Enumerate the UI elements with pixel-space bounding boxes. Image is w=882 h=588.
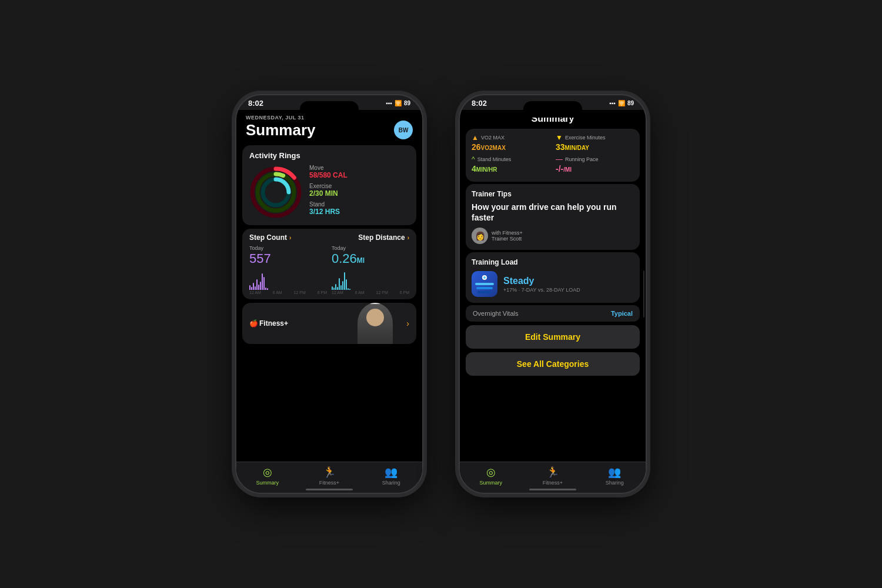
vo2max-icon: ▲	[472, 133, 479, 142]
metrics-row-2: ^ Stand Minutes 4MIN/HR — Running Pace -…	[472, 155, 634, 173]
training-bar-top	[475, 283, 494, 285]
summary-tab-icon-2: ◎	[486, 466, 496, 479]
tab-summary-2[interactable]: ◎ Summary	[460, 466, 522, 486]
fitness-logo: 🍎Fitness+	[249, 319, 288, 328]
running-pace-label: Running Pace	[565, 156, 599, 162]
vitals-value: Typical	[611, 310, 633, 317]
activity-rings	[249, 166, 302, 219]
avatar-1[interactable]: BW	[394, 121, 413, 139]
running-pace-value: -/-/MI	[556, 164, 634, 173]
status-icons-1: ▪▪▪ 🛜 89	[386, 100, 410, 106]
activity-stats: Move 58/580 CAL Exercise 2/30 MIN	[309, 165, 409, 219]
step-distance-col: Today 0.26MI	[332, 245, 409, 295]
step-distance-chevron: ›	[407, 235, 409, 241]
fitness-person	[358, 303, 393, 344]
exercise-value: 2/30 MIN	[309, 189, 338, 198]
exercise-minutes-label: Exercise Minutes	[565, 135, 606, 141]
dynamic-island-1	[300, 101, 359, 118]
home-indicator-2	[529, 489, 576, 490]
step-count-value: 557	[249, 251, 327, 266]
signal-icon-2: ▪▪▪	[609, 100, 616, 106]
signal-icon: ▪▪▪	[386, 100, 392, 106]
stand-value: 3/12 HRS	[309, 208, 340, 216]
exercise-minutes-icon: ▼	[556, 133, 563, 142]
title-row: Summary BW	[246, 121, 413, 139]
stand-minutes-value: 4MIN/HR	[472, 164, 550, 173]
person-hair	[365, 303, 385, 304]
vo2max-label: VO2 MAX	[481, 135, 505, 141]
apple-icon: 🍎	[249, 319, 258, 328]
metrics-row-1: ▲ VO2 MAX 26VO2MAX ▼ Exercise Minutes 33…	[472, 133, 634, 152]
tab-sharing-1[interactable]: 👥 Sharing	[360, 466, 422, 486]
step-count-col: Today 557	[249, 245, 327, 295]
trainer-section[interactable]: Trainer Tips How your arm drive can help…	[466, 184, 640, 250]
training-content: Steady +17% · 7-DAY vs. 28-DAY LOAD	[472, 271, 634, 297]
screen-1: WEDNESDAY, JUL 31 Summary BW Activity Ri…	[236, 110, 422, 482]
step-distance-label: Step Distance	[358, 233, 405, 242]
tab-fitness-2[interactable]: 🏃 Fitness+	[522, 466, 583, 486]
step-distance-chart	[332, 269, 409, 290]
edit-summary-button[interactable]: Edit Summary	[466, 325, 640, 349]
tab-bar-1: ◎ Summary 🏃 Fitness+ 👥 Sharing	[236, 462, 422, 493]
trainer-person-row: 👩 with Fitness+Trainer Scott	[472, 228, 634, 244]
phone-1: 8:02 ▪▪▪ 🛜 89 WEDNESDAY, JUL 31 Summary …	[235, 94, 423, 494]
exercise-minutes-value: 33MIN/DAY	[556, 142, 634, 152]
training-bar-mid	[476, 287, 493, 289]
stand-stat: Stand 3/12 HRS	[309, 201, 409, 216]
activity-content: Move 58/580 CAL Exercise 2/30 MIN	[249, 165, 409, 219]
step-count-chevron: ›	[289, 235, 291, 241]
step-distance-value: 0.26MI	[332, 251, 409, 266]
battery-icon: 89	[404, 100, 410, 106]
trainer-name: with Fitness+Trainer Scott	[492, 230, 523, 242]
training-load-title: Training Load	[472, 258, 634, 266]
training-section[interactable]: Training Load Steady +17% · 7-DAY vs. 28…	[466, 252, 640, 303]
battery-icon-2: 89	[627, 100, 634, 106]
training-bar-bot	[477, 291, 492, 293]
dynamic-island-2	[523, 101, 582, 118]
stand-minutes-label: Stand Minutes	[477, 156, 512, 162]
training-sub: +17% · 7-DAY vs. 28-DAY LOAD	[503, 287, 634, 293]
status-icons-2: ▪▪▪ 🛜 89	[609, 100, 634, 106]
step-chart-labels: 12 AM 6 AM 12 PM 6 PM	[249, 290, 327, 295]
fitness-tab-icon: 🏃	[323, 466, 336, 479]
wifi-icon-2: 🛜	[618, 100, 625, 106]
metrics-section: ▲ VO2 MAX 26VO2MAX ▼ Exercise Minutes 33…	[466, 129, 640, 182]
see-all-categories-button[interactable]: See All Categories	[466, 352, 640, 376]
summary-tab-icon: ◎	[263, 466, 272, 479]
overnight-vitals[interactable]: Overnight Vitals Typical	[466, 305, 640, 322]
exercise-minutes-metric[interactable]: ▼ Exercise Minutes 33MIN/DAY	[556, 133, 634, 152]
wifi-icon: 🛜	[395, 100, 402, 106]
time-2: 8:02	[472, 99, 487, 108]
action-buttons: Edit Summary See All Categories	[466, 325, 640, 376]
running-pace-icon: —	[556, 155, 563, 163]
tab-summary-1[interactable]: ◎ Summary	[236, 466, 298, 486]
tab-bar-2: ◎ Summary 🏃 Fitness+ 👥 Sharing	[460, 462, 646, 493]
activity-section[interactable]: Activity Rings	[242, 145, 416, 225]
step-count-chart	[249, 269, 327, 290]
fitness-section[interactable]: 🍎Fitness+ ›	[242, 303, 416, 344]
step-count-label: Step Count	[249, 233, 287, 242]
step-section[interactable]: Step Count › Step Distance › Today 557	[242, 229, 416, 299]
scroll-indicator	[643, 270, 644, 318]
trainer-tips-title: Trainer Tips	[472, 190, 634, 198]
phone-2: 8:02 ▪▪▪ 🛜 89 Summary ▲ VO2 MAX 26VO2MAX	[459, 94, 647, 494]
training-status: Steady	[503, 276, 634, 286]
fitness-chevron-icon: ›	[406, 319, 409, 328]
step-cols: Today 557	[249, 245, 409, 295]
training-dot	[482, 275, 487, 280]
trainer-avatar: 👩	[472, 228, 488, 244]
vitals-label: Overnight Vitals	[473, 310, 518, 317]
stand-minutes-metric[interactable]: ^ Stand Minutes 4MIN/HR	[472, 155, 550, 173]
move-value: 58/580 CAL	[309, 171, 348, 179]
vo2max-metric[interactable]: ▲ VO2 MAX 26VO2MAX	[472, 133, 550, 152]
tab-sharing-2[interactable]: 👥 Sharing	[584, 466, 646, 486]
step-header: Step Count › Step Distance ›	[249, 233, 409, 242]
running-pace-metric[interactable]: — Running Pace -/-/MI	[556, 155, 634, 173]
home-indicator-1	[306, 489, 353, 490]
tab-fitness-1[interactable]: 🏃 Fitness+	[298, 466, 360, 486]
training-info: Steady +17% · 7-DAY vs. 28-DAY LOAD	[503, 276, 634, 293]
dist-chart-labels: 12 AM 6 AM 12 PM 6 PM	[332, 290, 409, 295]
person-head	[366, 309, 384, 326]
vo2max-value: 26VO2MAX	[472, 142, 550, 152]
stand-minutes-icon: ^	[472, 155, 475, 163]
